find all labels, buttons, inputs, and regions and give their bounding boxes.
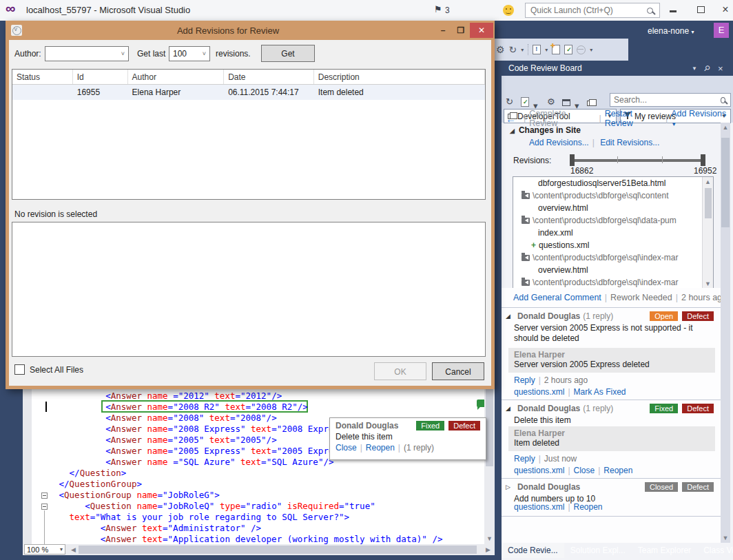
- get-button[interactable]: Get: [261, 45, 315, 62]
- select-all-checkbox[interactable]: [14, 364, 25, 375]
- cancel-button[interactable]: Cancel: [432, 362, 484, 380]
- notifications-flag-icon[interactable]: ⚑: [434, 4, 442, 14]
- action-link[interactable]: Reopen: [574, 502, 603, 512]
- collapse-toggle-icon[interactable]: [41, 504, 48, 510]
- minimize-button[interactable]: [661, 0, 685, 19]
- expand-toggle-icon[interactable]: ▷: [506, 484, 510, 490]
- comment-header[interactable]: ◢Donald Douglas(1 reply)FixedDefect: [506, 404, 714, 413]
- action-link[interactable]: Reply: [514, 454, 535, 464]
- dialog-minimize-button[interactable]: –: [434, 25, 452, 35]
- action-link[interactable]: questions.xml: [514, 466, 564, 475]
- tab-code-revie-[interactable]: Code Revie...: [502, 543, 564, 558]
- new-item-dropdown-icon[interactable]: ▾: [545, 47, 548, 53]
- add-revisions-link[interactable]: Add Revisions...: [529, 138, 589, 147]
- pin-icon[interactable]: ⚲: [702, 63, 712, 74]
- action-link[interactable]: Close: [574, 466, 595, 475]
- list-item[interactable]: overview.html: [513, 202, 713, 214]
- column-header[interactable]: Id: [73, 70, 128, 84]
- column-header[interactable]: Date: [224, 70, 314, 84]
- revision-range-track[interactable]: [572, 159, 705, 162]
- new-review-icon[interactable]: [521, 97, 529, 109]
- add-file-icon[interactable]: [552, 45, 560, 54]
- feedback-smiley-icon[interactable]: [503, 5, 514, 16]
- table-row[interactable]: 16955Elena Harper06.11.2015 7:44:17Item …: [12, 85, 485, 100]
- editor-vertical-scrollbar[interactable]: ▼: [484, 389, 495, 544]
- list-item[interactable]: dbforgestudiosqlserver51Beta.html: [513, 177, 713, 189]
- scroll-left-icon[interactable]: ◀: [68, 546, 79, 553]
- revisions-table[interactable]: StatusIdAuthorDateDescription16955Elena …: [12, 69, 486, 200]
- expand-icon[interactable]: ◢: [510, 127, 515, 134]
- tooltip-action-link[interactable]: Reopen: [366, 443, 395, 453]
- list-item[interactable]: \content\products\dbforge\sql\content: [513, 189, 713, 202]
- toolbar-overflow-icon[interactable]: ▾: [521, 47, 524, 53]
- panel-close-icon[interactable]: ×: [718, 63, 723, 74]
- column-header[interactable]: Author: [128, 70, 225, 84]
- column-header[interactable]: Description: [314, 70, 485, 84]
- list-item[interactable]: +questions.xml: [513, 239, 713, 251]
- collapse-toggle-icon[interactable]: [41, 492, 48, 499]
- action-link[interactable]: Mark As Fixed: [574, 387, 626, 397]
- comment-header[interactable]: ◢Donald Douglas(1 reply)OpenDefect: [506, 311, 714, 321]
- refresh-icon[interactable]: ↻: [506, 96, 513, 107]
- restart-review-link[interactable]: Restart Review: [605, 109, 662, 128]
- select-all-checkbox-row[interactable]: Select All Files: [14, 364, 83, 375]
- list-item[interactable]: \content\products\dbforge\sql\data-pum: [513, 214, 713, 227]
- expand-toggle-icon[interactable]: ◢: [506, 313, 510, 320]
- signed-in-user[interactable]: elena-none ▾: [648, 26, 694, 36]
- tab-solution-expl-[interactable]: Solution Expl...: [564, 543, 632, 558]
- panel-scrollbar[interactable]: ▲ ▼: [721, 123, 730, 543]
- dialog-close-button[interactable]: ✕: [470, 23, 493, 38]
- scroll-right-icon[interactable]: ▶: [483, 546, 493, 553]
- toolbar-overflow-icon[interactable]: ▾: [590, 47, 592, 53]
- windows-icon[interactable]: [587, 98, 593, 108]
- scrollbar-thumb[interactable]: [705, 188, 712, 218]
- back-arrow-icon[interactable]: ←: [506, 113, 516, 125]
- avatar[interactable]: E: [714, 23, 729, 38]
- comment-header[interactable]: ▷Donald DouglasClosedDefect: [506, 482, 714, 492]
- file-list-scrollbar[interactable]: ▲ ▼: [702, 177, 713, 289]
- range-handle-end[interactable]: [701, 154, 705, 166]
- editor-horizontal-scrollbar[interactable]: 100 %▾ ◀ ▶: [23, 544, 495, 555]
- quick-launch-input[interactable]: [526, 6, 647, 15]
- maximize-button[interactable]: [689, 0, 712, 19]
- scrollbar-thumb[interactable]: [486, 389, 493, 466]
- action-link[interactable]: Reopen: [603, 466, 632, 475]
- check-document-icon[interactable]: [564, 45, 572, 54]
- dialog-maximize-button[interactable]: ❒: [452, 25, 470, 35]
- add-general-comment-link[interactable]: Add General Comment: [513, 293, 601, 302]
- edit-revisions-link[interactable]: Edit Revisions...: [600, 138, 659, 147]
- action-link[interactable]: questions.xml: [514, 387, 564, 397]
- dialog-title-bar[interactable]: Add Revisions for Review – ❒ ✕: [6, 21, 495, 40]
- changes-section-header[interactable]: ◢Changes in Site: [510, 125, 581, 135]
- tab-team-explorer[interactable]: Team Explorer: [632, 543, 697, 558]
- panel-header[interactable]: Code Review Board ▼ ⚲ ×: [502, 61, 733, 76]
- gear-icon[interactable]: ⚙: [496, 45, 505, 54]
- review-search-input[interactable]: [610, 95, 721, 105]
- revision-files-box[interactable]: [12, 222, 486, 357]
- close-button[interactable]: ×: [714, 0, 733, 19]
- author-select[interactable]: ˅: [45, 46, 129, 61]
- action-link[interactable]: questions.xml: [514, 502, 564, 512]
- settings-gear-icon[interactable]: ⚙: [547, 96, 555, 107]
- quick-launch-box[interactable]: [525, 3, 660, 18]
- new-item-icon[interactable]: [533, 45, 541, 54]
- refresh-icon[interactable]: ↻: [509, 45, 517, 54]
- scroll-down-icon[interactable]: ▼: [721, 535, 730, 541]
- editor-zoom-select[interactable]: 100 %▾: [24, 544, 65, 554]
- panel-menu-icon[interactable]: ▼: [692, 65, 697, 72]
- list-item[interactable]: index.xml: [513, 227, 713, 239]
- list-item[interactable]: \content\products\dbforge\sql\index-mar: [513, 251, 713, 264]
- range-handle-start[interactable]: [570, 154, 575, 166]
- scroll-down-icon[interactable]: ▼: [484, 535, 495, 542]
- list-item[interactable]: \content\products\dbforge\sql\index-mar: [513, 276, 713, 289]
- list-item[interactable]: overview.html: [513, 264, 713, 276]
- layout-icon[interactable]: [562, 98, 570, 108]
- scroll-down-icon[interactable]: ▼: [703, 280, 713, 287]
- scrollbar-thumb[interactable]: [721, 138, 730, 227]
- ok-button[interactable]: OK: [374, 362, 426, 380]
- scroll-up-icon[interactable]: ▲: [703, 178, 713, 185]
- scrollbar-thumb[interactable]: [79, 546, 477, 554]
- revision-count-select[interactable]: 100˅: [169, 46, 210, 61]
- expand-toggle-icon[interactable]: ◢: [506, 405, 510, 412]
- column-header[interactable]: Status: [12, 70, 73, 84]
